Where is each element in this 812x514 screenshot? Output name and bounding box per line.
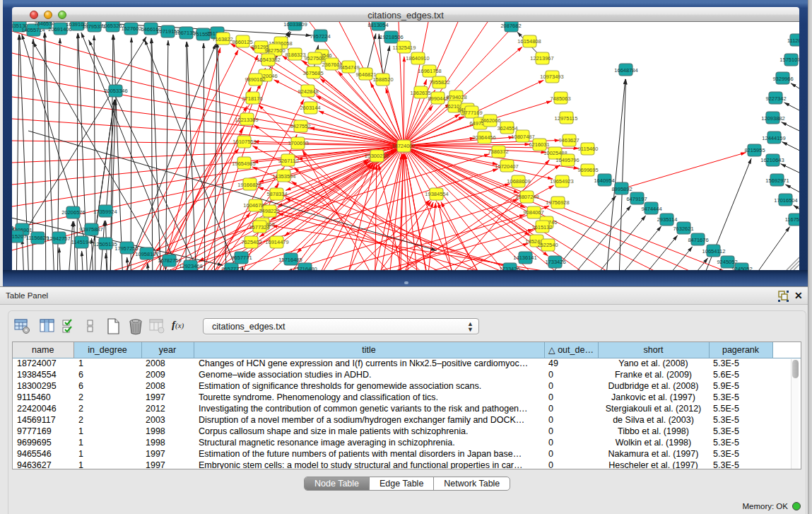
svg-text:2718176: 2718176 [242, 95, 262, 102]
svg-text:93975887: 93975887 [79, 226, 102, 233]
svg-text:15716485: 15716485 [278, 257, 302, 263]
svg-text:6479197: 6479197 [626, 196, 647, 202]
svg-text:20053346: 20053346 [104, 88, 127, 94]
svg-text:6216031: 6216031 [529, 141, 549, 148]
svg-text:10973493: 10973493 [540, 74, 563, 80]
svg-text:9245052: 9245052 [717, 259, 737, 265]
svg-text:3498222: 3498222 [259, 208, 279, 214]
svg-text:12505135: 12505135 [93, 241, 117, 247]
svg-text:17016504: 17016504 [774, 197, 797, 204]
svg-text:8186323: 8186323 [285, 52, 305, 58]
svg-text:16495796: 16495796 [555, 157, 579, 163]
svg-text:9463627: 9463627 [558, 137, 579, 144]
svg-text:9115460: 9115460 [578, 146, 599, 152]
svg-text:10807487: 10807487 [511, 134, 534, 140]
svg-text:11353594: 11353594 [273, 173, 296, 180]
svg-text:9657771: 9657771 [221, 266, 242, 270]
svg-text:20364456: 20364456 [472, 134, 495, 141]
svg-text:10958107: 10958107 [135, 251, 158, 257]
svg-text:7625402: 7625402 [241, 239, 261, 245]
svg-text:9227342: 9227342 [765, 95, 786, 102]
svg-text:19218506: 19218506 [379, 34, 403, 40]
svg-text:8813054: 8813054 [367, 22, 388, 28]
svg-text:9699695: 9699695 [577, 167, 598, 173]
svg-text:7163822: 7163822 [212, 36, 233, 42]
svg-text:16543382: 16543382 [257, 57, 280, 63]
svg-text:1640954: 1640954 [594, 177, 614, 184]
svg-text:9777169: 9777169 [461, 110, 482, 116]
svg-text:12942757: 12942757 [47, 235, 70, 242]
svg-text:11325419: 11325419 [393, 45, 416, 51]
svg-text:19654985: 19654985 [232, 160, 255, 167]
svg-text:16210643: 16210643 [760, 157, 784, 163]
svg-text:2522540: 2522540 [537, 242, 558, 248]
svg-text:18640910: 18640910 [406, 55, 429, 62]
svg-text:1527602: 1527602 [121, 25, 141, 32]
svg-text:2935114: 2935114 [657, 216, 678, 223]
svg-text:12213967: 12213967 [530, 55, 553, 62]
svg-text:1112044: 1112044 [787, 37, 799, 44]
svg-text:8454749: 8454749 [339, 64, 359, 71]
svg-text:19166825: 19166825 [237, 182, 261, 188]
svg-text:10654112: 10654112 [702, 248, 726, 255]
svg-text:9329966: 9329966 [772, 76, 793, 82]
svg-text:9245052: 9245052 [731, 266, 752, 270]
svg-text:7386372: 7386372 [488, 148, 508, 155]
svg-text:1167533: 1167533 [785, 216, 799, 223]
svg-text:25300215: 25300215 [365, 153, 388, 159]
svg-text:17359924: 17359924 [93, 209, 117, 215]
svg-text:15716480: 15716480 [293, 266, 317, 270]
svg-text:19384554: 19384554 [425, 191, 448, 197]
svg-text:7462066: 7462066 [480, 117, 500, 124]
svg-text:19654923: 19654923 [550, 178, 573, 185]
svg-text:8990443: 8990443 [428, 95, 448, 102]
svg-text:15720407: 15720407 [495, 163, 518, 170]
svg-text:2087682: 2087682 [500, 23, 521, 29]
svg-text:9827500: 9827500 [264, 47, 285, 54]
svg-text:8995892: 8995892 [611, 186, 632, 192]
svg-text:5878334: 5878334 [266, 191, 287, 197]
svg-text:19756928: 19756928 [546, 199, 569, 206]
svg-text:18724007: 18724007 [392, 143, 415, 149]
svg-text:12093882: 12093882 [761, 115, 784, 122]
svg-text:14136141: 14136141 [513, 255, 536, 261]
svg-text:10688609: 10688609 [507, 178, 530, 185]
svg-text:15751074: 15751074 [779, 57, 799, 63]
svg-text:1145194: 1145194 [71, 239, 92, 245]
svg-text:16154808: 16154808 [517, 38, 541, 45]
svg-text:12975115: 12975115 [555, 115, 578, 122]
svg-text:20206576: 20206576 [61, 209, 85, 216]
svg-text:8427552: 8427552 [290, 123, 310, 129]
svg-text:3675685: 3675685 [302, 70, 323, 76]
svg-text:11156829: 11156829 [26, 235, 49, 241]
svg-text:1588520: 1588520 [372, 76, 393, 83]
svg-text:8660125: 8660125 [232, 39, 252, 45]
svg-text:16107553: 16107553 [233, 139, 256, 145]
svg-text:2603144: 2603144 [300, 105, 320, 111]
svg-text:9084067: 9084067 [523, 209, 543, 216]
svg-text:12923468: 12923468 [179, 263, 202, 269]
svg-text:16648784: 16648784 [614, 67, 637, 74]
svg-text:1615132: 1615132 [531, 224, 552, 230]
svg-text:9242848: 9242848 [298, 88, 318, 95]
svg-text:8471676: 8471676 [688, 237, 708, 243]
svg-text:18807249: 18807249 [515, 194, 539, 200]
svg-text:3624554: 3624554 [497, 125, 517, 132]
svg-text:16033809: 16033809 [283, 22, 307, 28]
svg-text:1700693: 1700693 [288, 140, 308, 146]
svg-text:7485063: 7485063 [550, 95, 570, 102]
svg-text:16782759: 16782759 [158, 257, 181, 264]
svg-text:9657771: 9657771 [231, 255, 252, 261]
svg-text:12213369: 12213369 [235, 117, 258, 123]
svg-text:9474444: 9474444 [641, 206, 661, 212]
svg-text:7955822: 7955822 [429, 79, 449, 86]
svg-text:3915207: 3915207 [12, 233, 27, 240]
svg-text:16914479: 16914479 [265, 239, 288, 245]
svg-text:1577324: 1577324 [249, 224, 269, 230]
svg-text:7957224: 7957224 [310, 33, 330, 40]
svg-text:1733426: 1733426 [545, 259, 565, 265]
svg-text:15692971: 15692971 [765, 177, 789, 184]
svg-text:1733426: 1733426 [499, 266, 519, 270]
svg-text:16961758: 16961758 [418, 68, 441, 74]
svg-text:3267110: 3267110 [278, 158, 299, 164]
